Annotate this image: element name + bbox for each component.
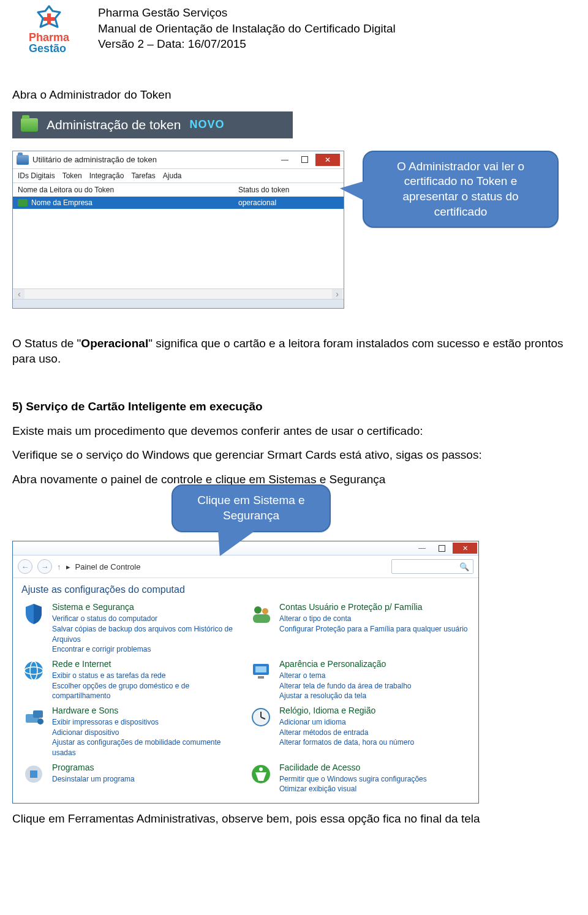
svg-rect-4	[253, 614, 270, 623]
search-icon: 🔍	[459, 562, 469, 571]
cp-category-grid: Sistema e SegurançaVerificar o status do…	[13, 597, 478, 803]
cp-category-link[interactable]: Alterar métodos de entrada	[279, 728, 414, 738]
menu-ajuda[interactable]: Ajuda	[163, 171, 182, 180]
cp-category-title[interactable]: Aparência e Personalização	[279, 658, 411, 671]
folder-icon	[21, 118, 38, 132]
row-status: operacional	[238, 198, 339, 207]
cp-category: Rede e InternetExibir o status e as tare…	[21, 658, 243, 701]
svg-rect-10	[258, 676, 264, 679]
cp-category: Aparência e PersonalizaçãoAlterar o tema…	[249, 658, 470, 701]
status-bold: Operacional	[81, 337, 148, 350]
minimize-button[interactable]: —	[275, 154, 295, 166]
cp-category-icon	[249, 705, 273, 729]
menu-integracao[interactable]: Integração	[89, 171, 124, 180]
status-paragraph: O Status de "Operacional" significa que …	[12, 336, 570, 367]
cp-category-icon	[21, 705, 46, 729]
cp-category-link[interactable]: Desinstalar um programa	[52, 774, 135, 785]
cp-category: Facilidade de AcessoPermitir que o Windo…	[249, 762, 470, 794]
nav-up-icon[interactable]: ↑	[57, 562, 61, 571]
scroll-left-icon[interactable]: ‹	[14, 289, 24, 299]
cp-category-link[interactable]: Adicionar dispositivo	[52, 728, 243, 738]
maximize-button[interactable]	[295, 154, 314, 166]
search-input[interactable]: 🔍	[391, 559, 473, 574]
logo-text-pharma: Pharma	[29, 31, 69, 43]
menu-ids[interactable]: IDs Digitais	[18, 171, 55, 180]
close-button[interactable]: ✕	[315, 154, 340, 166]
footer-line: Clique em Ferramentas Administrativas, o…	[12, 811, 570, 827]
cp-minimize-button[interactable]: —	[412, 542, 432, 554]
cp-category-title[interactable]: Contas Usuário e Proteção p/ Família	[279, 601, 468, 614]
token-utility-window: Utilitário de administração de token — ✕…	[12, 151, 344, 309]
svg-point-3	[262, 608, 268, 614]
window-app-icon	[17, 155, 29, 165]
menu-token[interactable]: Token	[62, 171, 82, 180]
window-titlebar: Utilitário de administração de token — ✕	[13, 151, 344, 169]
cp-category-link[interactable]: Alterar o tipo de conta	[279, 614, 468, 624]
cp-category-link[interactable]: Alterar tela de fundo da área de trabalh…	[279, 681, 411, 691]
cp-category: Contas Usuário e Proteção p/ FamíliaAlte…	[249, 601, 470, 655]
header-line-1: Pharma Gestão Serviços	[98, 5, 396, 21]
window-title: Utilitário de administração de token	[32, 155, 157, 164]
cp-category-icon	[21, 601, 46, 626]
header-line-2: Manual de Orientação de Instalação do Ce…	[98, 21, 396, 37]
cp-category-link[interactable]: Salvar cópias de backup dos arquivos com…	[52, 624, 243, 645]
cp-category-link[interactable]: Alterar o tema	[279, 671, 411, 681]
cp-close-button[interactable]: ✕	[453, 543, 477, 554]
cp-category-title[interactable]: Relógio, Idioma e Região	[279, 705, 414, 717]
cp-category-link[interactable]: Encontrar e corrigir problemas	[52, 644, 243, 655]
control-panel-window: — ✕ ← → ↑ ▸ Painel de Controle 🔍 Ajuste …	[12, 541, 479, 804]
status-pre: O Status de "	[12, 337, 81, 350]
callout-text-1: O Administrador vai ler o certificado no…	[397, 160, 524, 218]
cp-category: ProgramasDesinstalar um programa	[21, 762, 243, 794]
horizontal-scrollbar[interactable]: ‹ ›	[13, 288, 344, 299]
svg-rect-1	[43, 17, 55, 21]
cp-category-icon	[21, 658, 46, 683]
svg-rect-18	[30, 770, 37, 778]
cp-category-title[interactable]: Rede e Internet	[52, 658, 243, 671]
cp-category-title[interactable]: Facilidade de Acesso	[279, 762, 427, 774]
cp-category-link[interactable]: Escolher opções de grupo doméstico e de …	[52, 681, 243, 702]
breadcrumb[interactable]: Painel de Controle	[75, 562, 141, 571]
svg-point-2	[254, 606, 262, 614]
callout-text-2: Clique em Sistema e Segurança	[197, 494, 304, 522]
col-header-status: Status do token	[238, 186, 339, 194]
svg-rect-12	[33, 710, 43, 718]
cp-category-link[interactable]: Ajustar a resolução da tela	[279, 691, 411, 701]
scroll-right-icon[interactable]: ›	[332, 289, 342, 299]
statusbar	[13, 299, 344, 308]
svg-point-13	[37, 718, 43, 725]
column-headers: Nome da Leitora ou do Token Status do to…	[13, 183, 344, 197]
cp-category-title[interactable]: Programas	[52, 762, 135, 774]
cp-category-icon	[249, 762, 273, 786]
cp-category: Relógio, Idioma e RegiãoAdicionar um idi…	[249, 705, 470, 758]
list-area	[13, 209, 344, 288]
selected-row[interactable]: Nome da Empresa operacional	[13, 197, 344, 209]
cp-category-link[interactable]: Configurar Proteção para a Família para …	[279, 624, 468, 634]
callout-sistema-seguranca: Clique em Sistema e Segurança	[172, 484, 331, 532]
cp-category-link[interactable]: Alterar formatos de data, hora ou número	[279, 737, 414, 748]
cp-maximize-button[interactable]	[432, 542, 451, 554]
section-5-line1: Existe mais um procedimento que devemos …	[12, 423, 570, 439]
cp-category-title[interactable]: Hardware e Sons	[52, 705, 243, 717]
nav-back-button[interactable]: ←	[18, 559, 32, 574]
logo-text-gestao: Gestão	[29, 42, 66, 55]
callout-cert-status: O Administrador vai ler o certificado no…	[363, 151, 559, 228]
cp-category-icon	[249, 658, 273, 683]
menu-tarefas[interactable]: Tarefas	[131, 171, 155, 180]
nav-forward-button[interactable]: →	[37, 559, 52, 574]
cp-category-link[interactable]: Exibir impressoras e dispositivos	[52, 717, 243, 728]
cp-category-link[interactable]: Otimizar exibição visual	[279, 784, 427, 794]
cp-category-link[interactable]: Verificar o status do computador	[52, 614, 243, 624]
svg-point-5	[24, 661, 43, 680]
cp-category-link[interactable]: Ajustar as configurações de mobilidade c…	[52, 737, 243, 758]
cp-category: Sistema e SegurançaVerificar o status do…	[21, 601, 243, 655]
cp-category-link[interactable]: Exibir o status e as tarefas da rede	[52, 671, 243, 681]
token-admin-title: Administração de token	[47, 118, 181, 132]
cp-category-title[interactable]: Sistema e Segurança	[52, 601, 243, 614]
cp-category-link[interactable]: Adicionar um idioma	[279, 717, 414, 728]
svg-rect-9	[255, 666, 266, 672]
section-5-line2: Verifique se o serviço do Windows que ge…	[12, 447, 570, 463]
cp-category-link[interactable]: Permitir que o Windows sugira configuraç…	[279, 774, 427, 785]
svg-point-20	[259, 767, 263, 771]
header-line-3: Versão 2 – Data: 16/07/2015	[98, 36, 396, 52]
